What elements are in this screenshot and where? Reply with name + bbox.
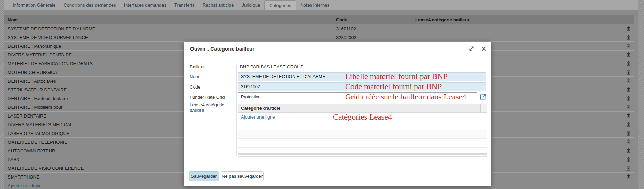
tab-transferts[interactable]: Transferts — [171, 0, 198, 10]
cell-actions — [623, 33, 634, 41]
subtable-add-row: Ajouter une ligne Catégories Lease4 — [238, 113, 487, 121]
cell-actions — [623, 77, 634, 85]
bailleur-label: Bailleur — [190, 64, 235, 70]
table-row[interactable]: SYSTEME DE DETECTION ET D'ALARME 3162110… — [4, 24, 634, 33]
cell-actions — [623, 51, 634, 59]
cell-nom: SYSTEME DE VIDEO SURVEILLANCE — [4, 35, 333, 40]
column-header-actions — [623, 15, 634, 24]
tab-label: Transferts — [174, 2, 195, 8]
cell-actions — [623, 94, 634, 103]
table-row[interactable]: SYSTEME DE VIDEO SURVEILLANCE 32302002 — [4, 33, 634, 42]
tab-label: Interfaces demandes — [124, 2, 166, 8]
trash-icon[interactable] — [626, 44, 631, 48]
cell-actions — [623, 112, 634, 120]
tab-label: Conditions des demandes — [63, 2, 116, 8]
tab-conditions-des-demandes[interactable]: Conditions des demandes — [60, 0, 120, 10]
trash-icon[interactable] — [626, 131, 631, 136]
cell-actions — [623, 59, 634, 68]
subtable-add-row-link[interactable]: Ajouter une ligne — [238, 114, 275, 120]
expand-icon[interactable] — [469, 46, 475, 52]
tab-label: Juridique — [242, 2, 260, 8]
trash-icon[interactable] — [626, 35, 631, 40]
lease4-categorie-bailleur-label: Lease4 catégorie bailleur — [190, 102, 235, 113]
column-header-code: Code — [333, 17, 411, 22]
trash-icon[interactable] — [626, 96, 631, 101]
trash-icon[interactable] — [626, 122, 631, 127]
save-button[interactable]: Sauvegarder — [189, 171, 219, 181]
modal-header: Ouvrir : Catégorie bailleur — [184, 42, 491, 55]
tab-label: Catégories — [269, 3, 291, 8]
trash-icon[interactable] — [626, 87, 631, 92]
cell-actions — [623, 155, 634, 164]
trash-icon[interactable] — [626, 148, 631, 153]
cell-actions — [623, 42, 634, 50]
trash-icon[interactable] — [626, 166, 631, 171]
subtable-empty-row — [238, 139, 487, 148]
modal-title: Ouvrir : Catégorie bailleur — [184, 46, 255, 52]
external-link-icon[interactable] — [480, 93, 486, 100]
code-input[interactable] — [238, 82, 486, 91]
cell-actions — [623, 146, 634, 155]
cell-actions — [623, 129, 634, 137]
tab-label: Rachat anticipé — [203, 2, 234, 8]
tab-notes-internes[interactable]: Notes internes — [296, 0, 333, 10]
cell-nom: SYSTEME DE DETECTION ET D'ALARME — [4, 26, 333, 31]
tab-juridique[interactable]: Juridique — [238, 0, 264, 10]
dont-save-button[interactable]: Ne pas sauvegarder — [221, 171, 264, 181]
cell-actions — [623, 173, 634, 181]
trash-icon[interactable] — [626, 174, 631, 179]
cell-actions — [623, 164, 634, 172]
nom-label: Nom — [190, 74, 235, 80]
subtable-empty-row — [238, 121, 487, 130]
tab-rachat-anticipé[interactable]: Rachat anticipé — [199, 0, 238, 10]
page-edge-texture-left — [0, 0, 4, 189]
cell-actions — [623, 138, 634, 146]
trash-icon[interactable] — [626, 61, 631, 66]
tab-interfaces-demandes[interactable]: Interfaces demandes — [120, 0, 170, 10]
subtable-header-actions — [480, 104, 487, 112]
trash-icon[interactable] — [626, 139, 631, 144]
column-header-nom: Nom — [4, 17, 333, 22]
cell-actions — [623, 85, 634, 94]
cell-actions — [623, 120, 634, 129]
form-label-divider — [236, 65, 237, 156]
modal-categorie-bailleur: Ouvrir : Catégorie bailleur Bailleur BNP… — [184, 42, 491, 186]
funder-rate-grid-label: Funder Rate Grid — [190, 94, 235, 100]
trash-icon[interactable] — [626, 78, 631, 83]
cell-actions — [623, 24, 634, 33]
tab-information-générale[interactable]: Information Générale — [9, 0, 59, 10]
cell-actions — [623, 103, 634, 111]
trash-icon[interactable] — [626, 105, 631, 109]
cell-code: 32302002 — [333, 35, 411, 40]
modal-footer: Sauvegarder Ne pas sauvegarder — [184, 165, 491, 165]
subtable-scrollbar[interactable] — [238, 148, 487, 156]
cell-code: 31621102 — [333, 26, 411, 31]
add-row-link[interactable]: Ajouter une ligne — [8, 183, 42, 188]
trash-icon[interactable] — [626, 52, 631, 57]
lease4-subtable: Catégorie d'article Ajouter une ligne Ca… — [238, 104, 487, 157]
tab-active-catégories[interactable]: Catégories — [264, 0, 296, 10]
close-icon[interactable] — [482, 46, 486, 51]
trash-icon[interactable] — [626, 113, 631, 118]
page-edge-texture-right — [638, 0, 644, 189]
subtable-empty-row — [238, 130, 487, 139]
cell-actions — [623, 68, 634, 76]
tab-label: Information Générale — [13, 2, 55, 8]
subtable-header-row: Catégorie d'article — [238, 104, 487, 113]
trash-icon[interactable] — [626, 70, 631, 75]
tab-bar: Information Générale Conditions des dema… — [4, 0, 638, 10]
bailleur-value: BNP PARIBAS LEASE GROUP — [240, 64, 303, 69]
column-header-lease4: Lease4 catégorie bailleur — [411, 17, 623, 22]
trash-icon[interactable] — [626, 157, 631, 162]
code-label: Code — [190, 84, 235, 90]
annotation-subtable: Catégories Lease4 — [333, 113, 392, 122]
trash-icon[interactable] — [626, 26, 631, 31]
tab-label: Notes internes — [300, 2, 329, 8]
funder-rate-grid-input[interactable] — [238, 92, 477, 101]
nom-input[interactable] — [238, 72, 486, 81]
subtable-column-header: Catégorie d'article — [238, 106, 480, 111]
table-header-row: Nom Code Lease4 catégorie bailleur — [4, 15, 634, 24]
